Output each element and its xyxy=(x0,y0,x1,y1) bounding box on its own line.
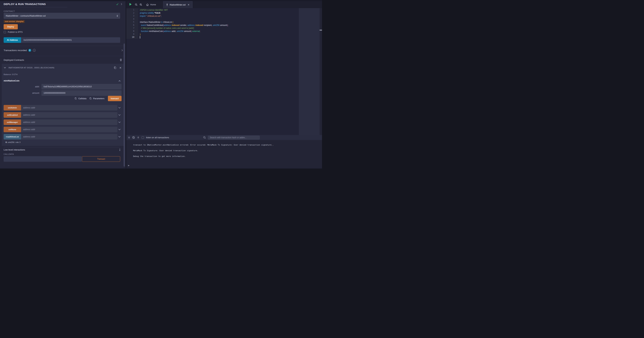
function-row: setNone xyxy=(4,127,122,132)
tab-strip: HomeINativeMinter.sol✕ xyxy=(144,1,192,8)
editor-scrollbar-thumb[interactable] xyxy=(320,30,322,30)
side-panel-scrollbar[interactable] xyxy=(124,44,125,166)
setNone-button[interactable]: setNone xyxy=(4,127,21,132)
field-input-amount[interactable] xyxy=(42,90,122,96)
instance-collapse-icon[interactable] xyxy=(4,67,6,68)
line-number: 7 xyxy=(126,27,138,30)
expand-args-icon[interactable] xyxy=(118,114,122,116)
expand-args-icon[interactable] xyxy=(118,122,122,123)
transact-button[interactable]: transact xyxy=(108,96,122,101)
expand-args-icon[interactable] xyxy=(118,136,122,138)
code-line[interactable]: 2pragma solidity ^0.8.0; xyxy=(126,12,322,15)
terminal: 0 listen on all transactions transact to… xyxy=(126,135,322,169)
close-tab-icon[interactable]: ✕ xyxy=(188,4,190,6)
terminal-log-line: MetaMask Tx Signature: User denied trans… xyxy=(133,149,322,152)
zoom-out-icon[interactable] xyxy=(135,3,138,6)
expand-args-icon[interactable] xyxy=(118,129,122,130)
setEnabled-button[interactable]: setEnabled xyxy=(4,112,21,118)
calldata-input[interactable] xyxy=(4,156,82,162)
setManager-arg-input[interactable] xyxy=(21,120,118,125)
transactions-count-badge: 2 xyxy=(28,49,31,52)
code-line[interactable]: 1//SPDX-License-Identifier: MIT xyxy=(126,8,322,12)
code-line[interactable]: 4 xyxy=(126,18,322,21)
instance-close-icon[interactable] xyxy=(120,67,122,69)
lowlevel-title: Low level interactions xyxy=(4,148,119,151)
clear-console-icon[interactable] xyxy=(132,136,135,139)
field-label: addr: xyxy=(2,86,42,88)
panel-expand-icon[interactable] xyxy=(120,3,122,5)
tab-home[interactable]: Home xyxy=(144,1,158,8)
readAllowList-arg-input[interactable] xyxy=(21,134,118,140)
publish-ipfs-checkbox[interactable] xyxy=(4,31,6,33)
copy-address-icon[interactable] xyxy=(114,66,116,69)
copy-parameters-icon[interactable] xyxy=(90,97,92,100)
line-number: 5 xyxy=(126,20,138,24)
contract-label: CONTRACT xyxy=(4,10,15,12)
listen-all-tx-checkbox[interactable] xyxy=(142,136,144,139)
deploy-button[interactable]: Deploy xyxy=(4,24,18,29)
setAdmin-arg-input[interactable] xyxy=(21,105,118,110)
copy-parameters-label[interactable]: Parameters xyxy=(93,97,104,100)
at-address-button[interactable]: At Address xyxy=(4,37,21,43)
minimap[interactable]: //SPDX-License-Identifier: MITpragma sol… xyxy=(299,8,320,135)
code-line[interactable]: 5interface INativeMinter is IAllowList { xyxy=(126,20,322,24)
terminal-output[interactable]: transact to INativeMinter.mintNativeCoin… xyxy=(126,140,322,169)
setManager-button[interactable]: setManager xyxy=(4,120,21,125)
terminal-search-input[interactable] xyxy=(208,136,260,140)
window-top-strip xyxy=(0,0,322,1)
function-name: mintNativeCoin xyxy=(4,80,118,82)
title-underline xyxy=(4,7,67,7)
zoom-in-icon[interactable] xyxy=(140,3,142,6)
setNone-arg-input[interactable] xyxy=(21,127,118,132)
contract-select[interactable]: INativeMinter - contracts/INativeMinter.… xyxy=(4,13,120,19)
expand-args-icon[interactable] xyxy=(118,107,122,108)
copy-calldata-icon[interactable] xyxy=(74,97,77,100)
setAdmin-button[interactable]: setAdmin xyxy=(4,105,21,110)
function-field-row: amount: xyxy=(2,90,122,96)
tab-inativeminter-sol[interactable]: INativeMinter.sol✕ xyxy=(163,1,192,8)
function-field-row: addr: xyxy=(2,84,122,90)
lowlevel-divider xyxy=(4,147,120,147)
function-row: readAllowList xyxy=(4,134,122,140)
code-editor[interactable]: 1//SPDX-License-Identifier: MIT2pragma s… xyxy=(126,8,322,135)
call-output: 0: uint256: role 3 xyxy=(6,141,20,143)
line-number: 10 xyxy=(126,36,138,39)
run-script-icon[interactable] xyxy=(129,3,132,6)
code-line[interactable]: 7 // Mint [amount] number of native coin… xyxy=(126,27,322,30)
trash-icon[interactable] xyxy=(120,58,122,61)
editor-scrollbar[interactable] xyxy=(320,8,322,135)
readAllowList-button[interactable]: readAllowList xyxy=(4,134,21,140)
info-circle-icon[interactable] xyxy=(33,49,36,52)
contract-instance-card: INATIVEMINTER AT 0X020...00001 (BLOCKCHA… xyxy=(2,64,124,146)
function-collapse-icon[interactable] xyxy=(118,80,121,82)
code-line[interactable]: 6 event NativeCoinMinted(address indexed… xyxy=(126,24,322,27)
tab-label: INativeMinter.sol xyxy=(170,4,186,6)
lowlevel-transact-button[interactable]: Transact xyxy=(82,156,120,162)
code-line[interactable]: 8 function mintNativeCoin(address addr, … xyxy=(126,30,322,33)
transactions-expand-icon[interactable] xyxy=(121,49,123,52)
info-icon[interactable] xyxy=(119,148,120,151)
copy-calldata-label[interactable]: Calldata xyxy=(78,97,86,100)
setEnabled-arg-input[interactable] xyxy=(21,112,118,118)
code-line[interactable]: 9} xyxy=(126,33,322,36)
listen-all-tx-label: listen on all transactions xyxy=(146,136,169,139)
select-arrows-icon xyxy=(116,15,118,17)
publish-ipfs-label: Publish to IPFS xyxy=(8,31,22,33)
pending-tx-count: 0 xyxy=(138,136,139,139)
code-line[interactable]: 10 xyxy=(126,36,322,39)
section-divider xyxy=(0,46,126,46)
at-address-input[interactable] xyxy=(21,37,120,43)
calldata-label: CALLDATA xyxy=(4,153,14,155)
terminal-prompt[interactable]: > xyxy=(128,164,129,167)
code-line[interactable]: 3import "./IAllowList.sol"; xyxy=(126,14,322,18)
remix-ide-window: DEPLOY & RUN TRANSACTIONS CONTRACT INati… xyxy=(0,0,322,169)
tab-label: Home xyxy=(150,4,156,6)
deployed-contracts-title: Deployed Contracts xyxy=(4,59,120,61)
expand-terminal-icon[interactable] xyxy=(128,136,130,138)
window-bottom-strip xyxy=(0,168,322,169)
line-number: 8 xyxy=(126,30,138,33)
editor-tabbar: HomeINativeMinter.sol✕ xyxy=(126,1,322,8)
field-input-addr[interactable] xyxy=(42,84,122,90)
function-row: setEnabled xyxy=(4,112,122,118)
line-number: 2 xyxy=(126,12,138,15)
